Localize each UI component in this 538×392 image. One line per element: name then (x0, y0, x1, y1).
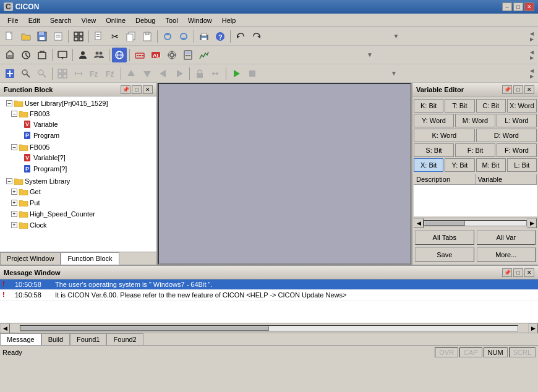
expand-icon[interactable]: – (6, 100, 12, 106)
tb3-search2[interactable] (35, 66, 49, 81)
menu-online[interactable]: Online (101, 15, 130, 25)
ve-btn-y-word[interactable]: Y: Word (414, 114, 454, 127)
maximize-button[interactable]: □ (513, 2, 523, 11)
tb3-connect2[interactable] (71, 66, 86, 81)
fb-close-button[interactable]: ✕ (143, 85, 153, 94)
tb-more-right-2[interactable]: ◀▶ (528, 48, 536, 62)
tb-copy[interactable] (124, 29, 139, 44)
ve-btn-x-word[interactable]: X: Word (507, 99, 537, 113)
ve-btn-c-bit[interactable]: C: Bit (476, 99, 506, 113)
ve-btn-f-word[interactable]: F: Word (497, 143, 537, 157)
tb3-lock[interactable] (192, 66, 207, 81)
expand-icon[interactable]: – (6, 178, 12, 184)
tb-new2[interactable] (92, 29, 106, 44)
tb-open[interactable] (19, 29, 33, 44)
menu-search[interactable]: Search (45, 15, 77, 25)
tab-function-block[interactable]: Function Block (61, 252, 119, 265)
tb3-down[interactable] (140, 66, 155, 81)
tree-node-highspeed[interactable]: + High_Speed_Counter (10, 209, 155, 219)
ve-restore-button[interactable]: □ (513, 85, 523, 94)
tb3-left[interactable] (156, 66, 171, 81)
fb-pin-button[interactable]: 📌 (121, 85, 130, 94)
tb2-chart[interactable] (197, 48, 211, 62)
tb3-right[interactable] (172, 66, 187, 81)
ve-scrollbar[interactable]: ◀ ▶ (412, 218, 538, 228)
tb-cut[interactable]: ✂ (108, 29, 122, 44)
tb3-grid2[interactable] (55, 66, 70, 81)
ve-btn-f-bit[interactable]: F: Bit (455, 143, 495, 157)
tb-grid[interactable] (71, 29, 86, 44)
tb2-person[interactable] (75, 48, 90, 62)
tb2-globe[interactable] (112, 48, 127, 62)
tb2-calc[interactable] (181, 48, 195, 62)
tab-found2[interactable]: Found2 (106, 333, 143, 345)
tree-node-variable[interactable]: V Variable (21, 119, 155, 129)
menu-help[interactable]: Help (217, 15, 241, 25)
msg-scroll-right[interactable]: ▶ (528, 323, 538, 333)
menu-tool[interactable]: Tool (160, 15, 182, 25)
tb2-gear[interactable] (164, 48, 179, 62)
tree-node-sys-lib[interactable]: – System Library (1, 176, 155, 186)
menu-window[interactable]: Window (183, 15, 217, 25)
tb2-3[interactable] (35, 48, 49, 62)
tree-node-variable2[interactable]: V Variable[?] (21, 153, 155, 163)
tb2-2[interactable] (19, 48, 33, 62)
ve-btn-l-bit[interactable]: L: Bit (507, 158, 537, 172)
tb-save[interactable] (35, 29, 49, 44)
tree-node-get[interactable]: + Get (10, 187, 155, 197)
tb2-persons[interactable] (92, 48, 106, 62)
msg-scroll-track[interactable] (20, 325, 518, 331)
expand-icon[interactable]: – (11, 144, 17, 150)
ve-btn-y-bit[interactable]: Y: Bit (445, 158, 474, 172)
tree-node-clock[interactable]: + Clock (10, 220, 155, 230)
close-button[interactable]: ✕ (524, 2, 534, 11)
ve-more-button[interactable]: More... (477, 247, 536, 262)
tb-redo[interactable] (249, 29, 264, 44)
ve-all-tabs-button[interactable]: All Tabs (415, 230, 474, 245)
tb-refresh2[interactable] (176, 29, 191, 44)
tb-refresh1[interactable] (160, 29, 175, 44)
tb-more-right-1[interactable]: ◀▶ (528, 29, 536, 44)
msg-close-button[interactable]: ✕ (524, 268, 534, 277)
ve-btn-t-bit[interactable]: T: Bit (445, 99, 474, 113)
fb-restore-button[interactable]: □ (132, 85, 142, 94)
tb3-search[interactable] (19, 66, 33, 81)
tb3-dots[interactable] (208, 66, 223, 81)
ve-close-button[interactable]: ✕ (524, 85, 534, 94)
msg-pin-button[interactable]: 📌 (502, 268, 512, 277)
expand-icon[interactable]: + (11, 211, 17, 217)
expand-icon[interactable]: – (11, 111, 17, 117)
ve-scroll-left[interactable]: ◀ (414, 218, 424, 228)
tb2-red[interactable]: ALL (148, 48, 163, 62)
ve-btn-m-word[interactable]: M: Word (455, 114, 495, 127)
tb3-fa[interactable]: Fz (87, 66, 102, 81)
expand-icon[interactable]: + (11, 200, 17, 206)
tree-node-program2[interactable]: P Program[?] (21, 164, 155, 174)
tb2-1[interactable] (2, 48, 17, 62)
menu-view[interactable]: View (77, 15, 101, 25)
ve-btn-m-bit[interactable]: M: Bit (476, 158, 506, 172)
ve-btn-x-bit[interactable]: X: Bit (414, 158, 443, 172)
ve-scroll-thumb[interactable] (424, 221, 465, 226)
tree-node-put[interactable]: + Put (10, 198, 155, 208)
tree-node-user-lib[interactable]: – User Library[Prj0415_1529] (1, 98, 155, 108)
tb-help[interactable]: ? (213, 29, 228, 44)
msg-restore-button[interactable]: □ (513, 268, 523, 277)
tree-node-program[interactable]: P Program (21, 130, 155, 140)
tb-print-setup[interactable] (51, 29, 66, 44)
ve-scroll-track[interactable] (424, 220, 527, 226)
ve-all-var-button[interactable]: All Var (477, 230, 536, 245)
tab-message[interactable]: Message (0, 333, 41, 345)
msg-scrollbar[interactable]: ◀ ▶ (0, 323, 538, 333)
tab-project-window[interactable]: Project Window (0, 252, 61, 265)
tb-more-right-3[interactable]: ◀▶ (528, 66, 536, 81)
tb-more-3[interactable]: ▼ (390, 66, 398, 81)
ve-btn-s-bit[interactable]: S: Bit (414, 143, 454, 157)
tb-paste[interactable] (140, 29, 155, 44)
tb2-connect[interactable] (132, 48, 147, 62)
tb2-monitor[interactable] (55, 48, 70, 62)
tab-found1[interactable]: Found1 (70, 333, 106, 345)
tb3-up[interactable] (124, 66, 139, 81)
ve-btn-k-bit[interactable]: K: Bit (414, 99, 443, 113)
menu-file[interactable]: File (2, 15, 23, 25)
